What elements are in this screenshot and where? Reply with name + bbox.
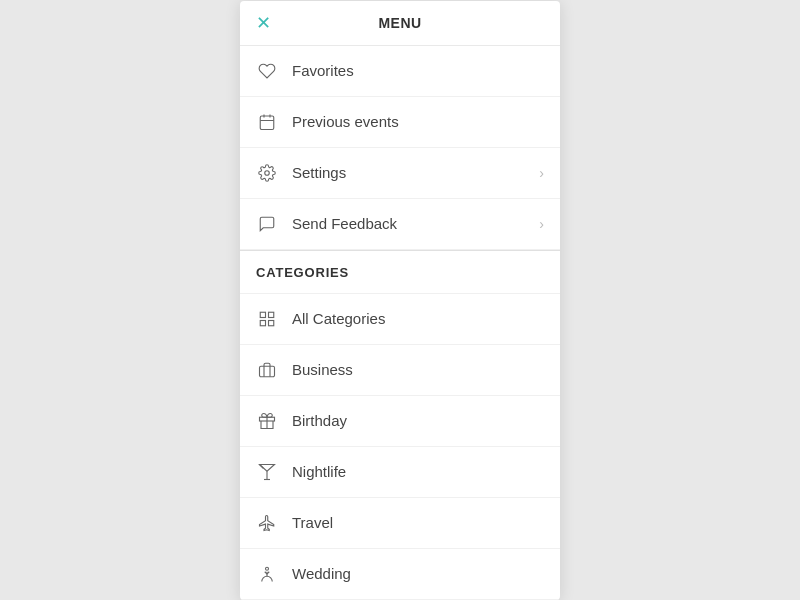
gift-icon [256, 410, 278, 432]
favorites-label: Favorites [292, 62, 544, 79]
svg-point-14 [266, 567, 269, 570]
wedding-icon [256, 563, 278, 585]
cocktail-icon [256, 461, 278, 483]
menu-item-birthday[interactable]: Birthday [240, 396, 560, 447]
svg-rect-8 [269, 320, 274, 325]
previous-events-label: Previous events [292, 113, 544, 130]
birthday-label: Birthday [292, 412, 544, 429]
menu-item-travel[interactable]: Travel [240, 498, 560, 549]
wedding-label: Wedding [292, 565, 544, 582]
all-categories-label: All Categories [292, 310, 544, 327]
svg-marker-12 [260, 464, 275, 471]
menu-header: ✕ MENU [240, 1, 560, 46]
briefcase-icon [256, 359, 278, 381]
menu-item-business[interactable]: Business [240, 345, 560, 396]
nightlife-label: Nightlife [292, 463, 544, 480]
gear-icon [256, 162, 278, 184]
menu-title: MENU [378, 15, 421, 31]
svg-rect-7 [260, 320, 265, 325]
send-feedback-label: Send Feedback [292, 215, 539, 232]
grid-icon [256, 308, 278, 330]
calendar-icon [256, 111, 278, 133]
feedback-icon [256, 213, 278, 235]
svg-rect-5 [260, 312, 265, 317]
svg-rect-6 [269, 312, 274, 317]
menu-item-send-feedback[interactable]: Send Feedback › [240, 199, 560, 250]
menu-item-favorites[interactable]: Favorites [240, 46, 560, 97]
svg-rect-9 [260, 366, 275, 377]
menu-item-nightlife[interactable]: Nightlife [240, 447, 560, 498]
menu-item-previous-events[interactable]: Previous events [240, 97, 560, 148]
menu-panel: ✕ MENU Favorites Previous events Setting… [240, 1, 560, 600]
travel-label: Travel [292, 514, 544, 531]
business-label: Business [292, 361, 544, 378]
categories-section-header: CATEGORIES [240, 250, 560, 294]
heart-icon [256, 60, 278, 82]
menu-item-settings[interactable]: Settings › [240, 148, 560, 199]
categories-title: CATEGORIES [256, 265, 349, 280]
settings-chevron: › [539, 165, 544, 181]
close-button[interactable]: ✕ [256, 14, 271, 32]
menu-item-all-categories[interactable]: All Categories [240, 294, 560, 345]
svg-rect-0 [260, 116, 274, 130]
plane-icon [256, 512, 278, 534]
svg-point-4 [265, 170, 270, 175]
feedback-chevron: › [539, 216, 544, 232]
settings-label: Settings [292, 164, 539, 181]
menu-item-wedding[interactable]: Wedding [240, 549, 560, 600]
